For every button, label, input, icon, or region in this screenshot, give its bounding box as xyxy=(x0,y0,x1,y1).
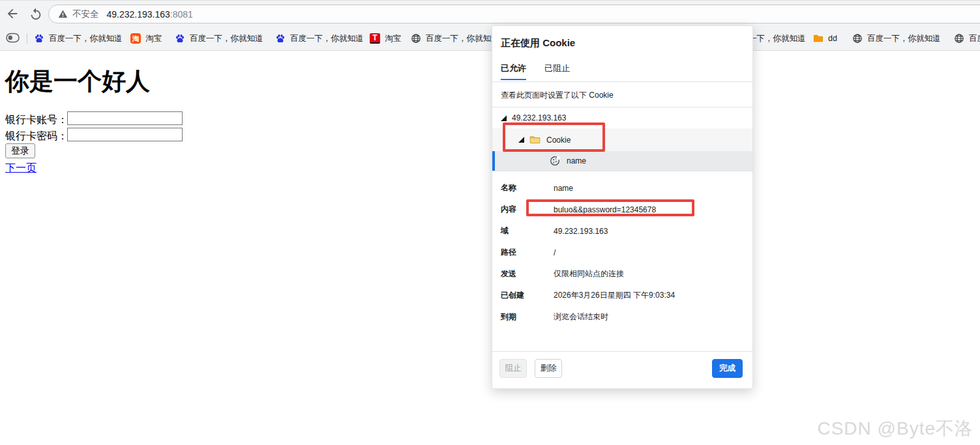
bookmarks-separator xyxy=(27,33,27,44)
detail-row-content: 内容 buluo&&password=12345678 xyxy=(492,199,752,220)
not-secure-warning-icon[interactable] xyxy=(58,9,68,19)
address-bar[interactable]: 不安全 49.232.193.163 :8081 xyxy=(48,5,980,23)
browser-toolbar: 不安全 49.232.193.163 :8081 xyxy=(0,0,980,26)
bookmarks-bar: 百度一下，你就知道 淘 淘宝 百度一下，你就知道 百度一下，你就知道 T 淘宝 … xyxy=(0,26,980,51)
detail-row-send: 发送 仅限相同站点的连接 xyxy=(492,263,752,285)
detail-row-expires: 到期 浏览会话结束时 xyxy=(492,306,752,328)
delete-button[interactable]: 删除 xyxy=(535,359,562,378)
bookmark-taobao-2[interactable]: T 淘宝 xyxy=(370,26,401,51)
globe-icon xyxy=(954,33,964,44)
tree-row-domain[interactable]: 49.232.193.163 xyxy=(492,108,752,128)
globe-icon xyxy=(852,33,863,44)
tree-domain-label: 49.232.193.163 xyxy=(512,113,566,122)
bookmark-baidu-1[interactable]: 百度一下，你就知道 xyxy=(34,26,123,51)
bookmark-label: 百度一下，你就知道 xyxy=(290,33,364,44)
bookmark-label: 淘宝 xyxy=(145,33,162,44)
bookmark-label: 百度一下，你就知道 xyxy=(190,33,263,44)
page-title: 你是一个好人 xyxy=(5,65,150,98)
tree-cookie-name-label: name xyxy=(567,156,586,165)
bookmark-baidu-6[interactable]: 百度一下，你就知道 xyxy=(852,26,941,51)
folder-icon xyxy=(813,33,824,44)
baidu-paw-icon xyxy=(34,33,44,44)
tree-row-cookie-folder[interactable]: Cookie xyxy=(492,128,752,151)
bookmark-label: 淘宝 xyxy=(385,33,401,44)
back-icon[interactable] xyxy=(5,7,20,21)
cookie-icon xyxy=(550,156,560,166)
baidu-paw-icon xyxy=(275,33,286,44)
bookmark-label: 百度一下，你就知道 xyxy=(426,33,499,44)
detail-row-created: 已创建 2026年3月26日星期四 下午9:03:34 xyxy=(492,285,752,306)
bookmark-baidu-2[interactable]: 百度一下，你就知道 xyxy=(175,26,263,51)
login-button[interactable]: 登录 xyxy=(5,143,35,158)
detail-row-name: 名称 name xyxy=(492,177,752,199)
divider xyxy=(492,171,752,171)
divider xyxy=(492,351,752,352)
tree-folder-label: Cookie xyxy=(546,136,571,145)
expand-triangle-icon[interactable] xyxy=(518,137,524,143)
taobao-icon: 淘 xyxy=(130,33,141,44)
bookmark-label: 百度一下，你就知道 xyxy=(49,33,123,44)
cookie-details: 名称 name 内容 buluo&&password=12345678 域 49… xyxy=(492,177,752,328)
expand-triangle-icon[interactable] xyxy=(501,115,507,121)
url-text[interactable]: 49.232.193.163 xyxy=(107,9,170,20)
taobao-t-icon: T xyxy=(370,33,380,44)
bookmark-folder-dd[interactable]: dd xyxy=(813,26,837,51)
dialog-title: 正在使用 Cookie xyxy=(501,37,575,50)
bookmark-baidu-3[interactable]: 百度一下，你就知道 xyxy=(275,26,364,51)
block-button: 阻止 xyxy=(499,359,527,378)
detail-row-domain: 域 49.232.193.163 xyxy=(492,220,752,242)
account-label: 银行卡账号： xyxy=(5,113,68,127)
bookmark-baidu-7[interactable]: 百度一下，你就知道 xyxy=(954,26,980,51)
next-page-link[interactable]: 下一页 xyxy=(5,162,37,175)
tab-allowed[interactable]: 已允许 xyxy=(501,63,526,80)
cookie-dialog: 正在使用 Cookie 已允许 已阻止 查看此页面时设置了以下 Cookie 4… xyxy=(492,25,753,389)
bookmark-label: 百度一下，你就知道 xyxy=(867,33,941,44)
divider xyxy=(492,81,752,82)
password-input[interactable] xyxy=(67,128,183,141)
detail-row-path: 路径 / xyxy=(492,242,752,263)
bookmark-baidu-4[interactable]: 百度一下，你就知道 xyxy=(411,26,499,51)
globe-icon xyxy=(411,33,421,44)
bookmark-taobao-1[interactable]: 淘 淘宝 xyxy=(130,26,162,51)
url-port: :8081 xyxy=(170,9,193,20)
baidu-paw-icon xyxy=(175,33,185,44)
side-panel-icon[interactable] xyxy=(6,33,20,43)
tree-row-cookie-name[interactable]: name xyxy=(492,151,752,171)
account-input[interactable] xyxy=(67,111,183,125)
csdn-watermark: CSDN @Byte不洛 xyxy=(817,416,973,441)
done-button[interactable]: 完成 xyxy=(712,359,743,378)
bookmark-label: 百度一下，你就知道 xyxy=(969,33,980,44)
bookmark-label: dd xyxy=(828,34,837,43)
tab-blocked[interactable]: 已阻止 xyxy=(544,63,570,79)
reload-icon[interactable] xyxy=(29,7,43,21)
security-label[interactable]: 不安全 xyxy=(72,8,99,20)
password-label: 银行卡密码： xyxy=(5,130,68,143)
dialog-description: 查看此页面时设置了以下 Cookie xyxy=(501,90,614,101)
folder-icon xyxy=(529,135,541,145)
